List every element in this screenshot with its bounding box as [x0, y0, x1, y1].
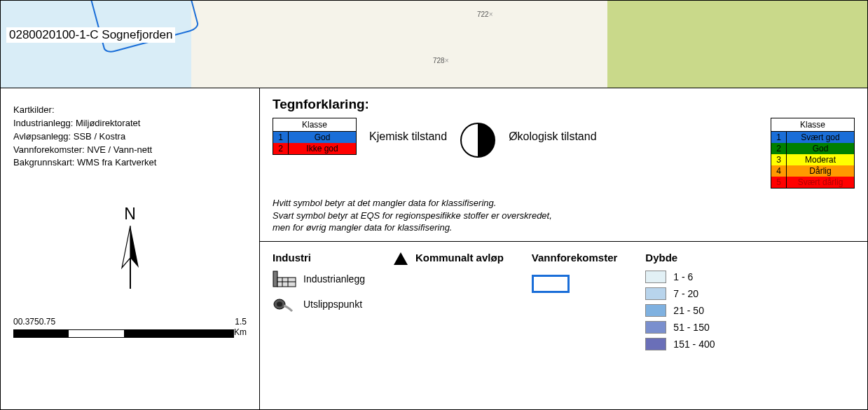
list-item: Utslippspunkt: [273, 296, 365, 313]
okologisk-klasse-table: Klasse 1 Svært god 2 God 3 Moderat: [771, 118, 855, 189]
sources-heading: Kartkilder:: [13, 104, 247, 117]
kjemisk-tilstand-label: Kjemisk tilstand: [369, 118, 447, 143]
source-line: Bakgrunnskart: WMS fra Kartverket: [13, 156, 247, 170]
vannforekomster-section: Vannforekomster: [532, 252, 618, 399]
scalebar-tick: 0: [13, 317, 18, 327]
list-item: 1 - 6: [645, 271, 715, 283]
industri-section: Industri Industrianlegg: [273, 252, 365, 399]
list-item: 51 - 150: [645, 321, 715, 334]
elevation-marker: 722×: [477, 11, 493, 18]
depth-swatch: [645, 287, 666, 300]
compass-icon: [115, 226, 146, 289]
legend-top: Tegnforklaring: Klasse 1 God 2 Ikke god: [260, 88, 867, 242]
source-line: Vannforekomster: NVE / Vann-nett: [13, 144, 247, 157]
scalebar-tick: 1.5: [235, 317, 247, 327]
lower-panel: Kartkilder: Industrianlegg: Miljødirekto…: [1, 88, 867, 409]
svg-point-10: [277, 301, 282, 306]
list-item: 21 - 50: [645, 304, 715, 317]
klasse-header: Klasse: [771, 118, 854, 132]
depth-swatch: [645, 321, 666, 334]
map-feature-label: 0280020100-1-C Sognefjorden: [6, 27, 175, 43]
depth-swatch: [645, 338, 666, 350]
legend-bottom: Industri Industrianlegg: [260, 242, 867, 409]
scalebar-tick: 0.75: [39, 317, 55, 327]
water-body-symbol: [532, 275, 570, 293]
scalebar-bar: [13, 329, 234, 338]
industri-item-label: Industrianlegg: [303, 273, 365, 285]
kommunalt-title: Kommunalt avløp: [415, 252, 504, 264]
industri-title: Industri: [273, 252, 365, 264]
depth-label: 151 - 400: [673, 339, 715, 350]
klasse-number: 5: [771, 177, 787, 188]
map-sources: Kartkilder: Industrianlegg: Miljødirekto…: [13, 104, 247, 170]
legend-notes: Hvitt symbol betyr at det mangler data f…: [273, 197, 855, 234]
klasse-label: Svært dårlig: [787, 177, 854, 188]
klasse-number: 4: [771, 165, 787, 177]
list-item: 7 - 20: [645, 287, 715, 300]
okologisk-tilstand-label: Økologisk tilstand: [509, 118, 596, 143]
depth-label: 1 - 6: [673, 271, 693, 282]
scale-bar: 0 0.375 0.75 1.5 Km: [13, 317, 247, 338]
source-line: Industrianlegg: Miljødirektoratet: [13, 117, 247, 130]
scalebar-labels: 0 0.375 0.75 1.5: [13, 317, 247, 327]
klasse-number: 3: [771, 154, 787, 165]
elevation-marker: 728×: [433, 57, 449, 64]
svg-marker-1: [122, 226, 130, 268]
depth-label: 21 - 50: [673, 305, 704, 316]
depth-label: 7 - 20: [673, 288, 698, 299]
right-panel: Tegnforklaring: Klasse 1 God 2 Ikke god: [260, 88, 867, 409]
north-label: N: [124, 205, 136, 224]
klasse-label: Dårlig: [787, 165, 854, 177]
svg-marker-0: [130, 226, 139, 268]
industri-item-label: Utslippspunkt: [303, 299, 362, 310]
depth-swatch: [645, 304, 666, 317]
map-area: 0280020100-1-C Sognefjorden 722× 728×: [1, 1, 867, 88]
pipe-icon: [273, 296, 296, 313]
kommunalt-section: Kommunalt avløp: [393, 252, 504, 399]
depth-swatch: [645, 271, 666, 283]
svg-rect-4: [273, 271, 277, 287]
left-panel: Kartkilder: Industrianlegg: Miljødirekto…: [1, 88, 260, 409]
vannforekomster-title: Vannforekomster: [532, 252, 618, 264]
klasse-number: 2: [273, 143, 289, 154]
list-item: Industrianlegg: [273, 271, 365, 287]
klasse-label: Moderat: [787, 154, 854, 165]
source-line: Avløpsanlegg: SSB / Kostra: [13, 130, 247, 144]
klasse-label: Svært god: [787, 132, 854, 143]
note-line: men for øvrig mangler data for klassifis…: [273, 221, 855, 234]
klasse-label: God: [289, 132, 356, 143]
factory-icon: [273, 271, 296, 287]
list-item: 151 - 400: [645, 338, 715, 350]
klasse-number: 2: [771, 143, 787, 154]
klasse-number: 1: [273, 132, 289, 143]
scalebar-unit: Km: [234, 327, 247, 337]
north-arrow: N: [13, 205, 247, 289]
dybde-section: Dybde 1 - 6 7 - 20 21 - 50: [645, 252, 715, 399]
triangle-icon: [393, 252, 408, 266]
svg-marker-11: [394, 252, 408, 265]
klasse-label: God: [787, 143, 854, 154]
klasse-header: Klasse: [273, 118, 356, 132]
klasse-label: Ikke god: [289, 143, 356, 154]
depth-label: 51 - 150: [673, 322, 709, 333]
note-line: Hvitt symbol betyr at det mangler data f…: [273, 197, 855, 210]
legend-row-states: Klasse 1 God 2 Ikke god Kjemisk tilstand: [273, 118, 855, 189]
dybde-title: Dybde: [645, 252, 715, 264]
kjemisk-klasse-table: Klasse 1 God 2 Ikke god: [273, 118, 357, 155]
page-root: 0280020100-1-C Sognefjorden 722× 728× Ka…: [0, 0, 868, 410]
half-circle-icon: [460, 122, 496, 158]
note-line: Svart symbol betyr at EQS for regionspes…: [273, 210, 855, 222]
scalebar-tick: 0.375: [18, 317, 39, 327]
klasse-number: 1: [771, 132, 787, 143]
legend-title: Tegnforklaring:: [273, 97, 855, 112]
